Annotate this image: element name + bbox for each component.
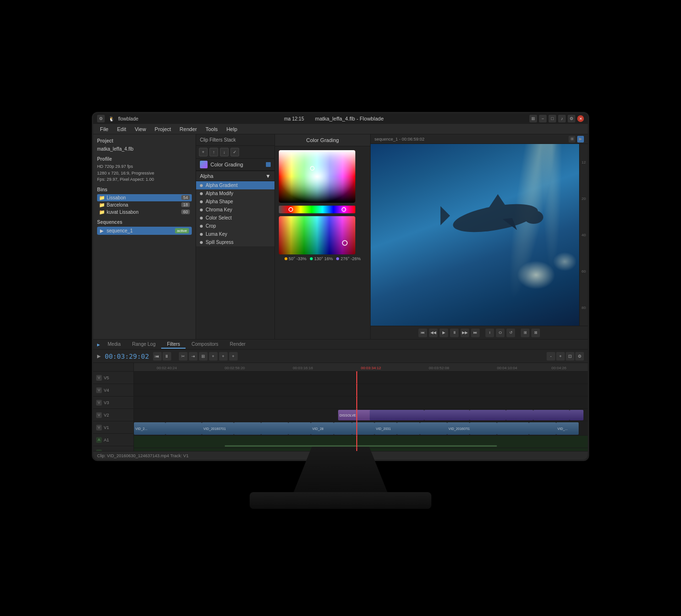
bin-item-kuvat[interactable]: 📁 kuvat Lissabon 60 [97,209,192,216]
settings-icon[interactable]: ⚙ [568,115,575,122]
clip-v2-7[interactable] [570,410,583,420]
filter-down-btn[interactable]: ↓ [220,148,229,156]
bin-item-barcelona[interactable]: 📁 Barcelona 18 [97,201,192,209]
clip-v2-5[interactable] [506,410,533,420]
clip-v1-9[interactable] [352,422,374,435]
tl-tool-5[interactable]: + [219,352,228,361]
color-wheel2-svg [279,216,355,254]
alpha-item-luma[interactable]: Luma Key [196,230,275,238]
menu-tools[interactable]: Tools [202,125,222,133]
menubar: File Edit View Project Render Tools Help [93,124,588,134]
clip-v1-13[interactable]: VID_20160702 [447,422,470,435]
clip-v1-3[interactable]: VID_20160701 [202,422,233,435]
clip-v2-3[interactable] [424,410,470,420]
clip-v2-2[interactable] [370,410,424,420]
track-label-a2: A A2 [93,446,133,451]
clip-v1-7[interactable]: VID_28 [311,422,333,435]
fullscreen-btn[interactable]: ⊞ [521,329,529,337]
clip-v1-14[interactable] [470,422,497,435]
tl-tool-2[interactable]: ⇥ [189,352,198,361]
tl-tool-1[interactable]: ✂ [179,352,187,361]
close-button[interactable]: ✕ [577,115,584,122]
mark-out-btn[interactable]: O [496,329,505,337]
tl-settings[interactable]: ⚙ [575,352,584,361]
clip-v2-4[interactable] [470,410,506,420]
clip-v1-8[interactable] [334,422,352,435]
play-to-start-btn[interactable]: ⏮ [418,329,427,337]
menu-help[interactable]: Help [222,125,241,133]
cg-dot-1 [285,257,287,260]
alpha-item-shape[interactable]: Alpha Shape [196,198,275,206]
minimize-icon[interactable]: − [539,115,547,122]
tl-zoom-in[interactable]: + [556,352,565,361]
clip-v1-11[interactable] [397,422,419,435]
alpha-item-spill[interactable]: Spill Supress [196,238,275,246]
tab-rangelog[interactable]: Range Log [126,341,161,349]
menu-project[interactable]: Project [151,125,175,133]
alpha-item-chroma[interactable]: Chroma Key [196,206,275,214]
loop-btn[interactable]: ↺ [506,329,515,337]
tl-zoom-out[interactable]: - [547,352,555,361]
menu-edit[interactable]: Edit [113,125,130,133]
clip-v1-15[interactable] [497,422,528,435]
underwater-bg [371,144,588,326]
clip-v1-10[interactable]: VID_2031 [374,422,397,435]
clip-v1-5[interactable] [261,422,288,435]
ruler-mark-4: 00:03:34:12 [361,366,381,370]
pause-btn[interactable]: ⏸ [450,329,459,337]
play-back-btn[interactable]: ◀◀ [429,329,438,337]
clip-v1-16[interactable] [529,422,556,435]
filter-color-grading-checkbox[interactable] [266,162,271,167]
alpha-header[interactable]: Alpha ▼ [196,171,275,181]
pip-btn[interactable]: ⊠ [531,329,540,337]
color-saturation-bar[interactable] [279,206,355,213]
menu-view[interactable]: View [131,125,150,133]
tab-filters[interactable]: Filters [161,341,186,349]
preview-icon-2[interactable]: ▶ [577,136,584,143]
clip-v1-1[interactable]: VID_2... [134,422,165,435]
tl-play-back-btn[interactable]: ⏮ [153,352,162,361]
clip-v2-6[interactable] [533,410,570,420]
color-wheel-bottom[interactable] [279,216,355,254]
filter-color-grading[interactable]: Color Grading [196,159,275,171]
tab-render[interactable]: Render [224,341,252,349]
clip-v1-4[interactable] [234,422,261,435]
tl-tool-4[interactable]: + [209,352,218,361]
bin-item-lissabon[interactable]: 📁 Lissabon 54 [97,194,192,201]
alpha-item-colorselect[interactable]: Color Select [196,214,275,222]
sequence-item-1[interactable]: ▶ sequence_1 active [97,227,192,235]
clip-v1-17[interactable]: VID_... [556,422,579,435]
tl-tool-6[interactable]: + [229,352,238,361]
playhead-v1 [356,421,357,435]
tl-pause-btn[interactable]: ⏸ [163,352,171,361]
speaker-icon[interactable]: ♪ [558,115,566,122]
tab-compositors[interactable]: Compositors [186,341,224,349]
filter-up-btn[interactable]: ↑ [209,148,218,156]
add-filter-btn[interactable]: + [199,148,208,156]
clip-v1-6[interactable] [288,422,311,435]
color-wheel-top[interactable] [279,150,355,203]
mark-in-btn[interactable]: I [485,329,494,337]
play-forward-btn[interactable]: ▶▶ [461,329,469,337]
alpha-item-gradient[interactable]: Alpha Gradient [196,181,275,189]
play-btn[interactable]: ▶ [439,329,448,337]
filter-check-btn[interactable]: ✓ [231,148,239,156]
workspace-icon[interactable]: ⊞ [529,115,537,122]
preview-icon-1[interactable]: ⊞ [569,136,575,143]
track-name-v5: V5 [104,375,109,380]
alpha-item-crop[interactable]: Crop [196,222,275,230]
menu-render[interactable]: Render [176,125,201,133]
light-reflect-2 [553,252,577,271]
color-wheel-area[interactable]: 50° -33% 130° 16% 276° -26% [275,146,370,267]
alpha-item-modify[interactable]: Alpha Modify [196,189,275,198]
play-to-end-btn[interactable]: ⏭ [471,329,480,337]
alpha-item-spill-label: Spill Supress [206,240,233,245]
ruler-mark-3: 00:03:16:16 [293,366,313,370]
clip-v1-12[interactable] [420,422,447,435]
clip-v1-2[interactable] [165,422,202,435]
tab-media[interactable]: Media [102,341,126,349]
expand-icon[interactable]: □ [549,115,556,122]
tl-tool-3[interactable]: ⊞ [199,352,208,361]
menu-file[interactable]: File [96,125,112,133]
tl-fit[interactable]: ⊡ [566,352,574,361]
